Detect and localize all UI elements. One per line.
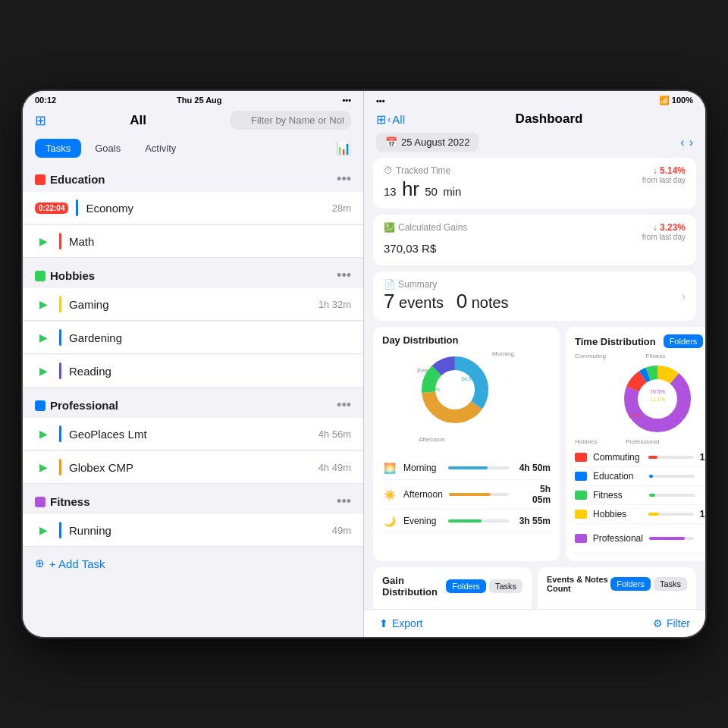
task-row-running: ▶ Running 49m <box>23 514 363 547</box>
play-btn-gaming[interactable]: ▶ <box>35 296 52 312</box>
section-menu-education[interactable]: ••• <box>337 171 351 187</box>
time-seg-evening: 🌙 Evening 3h 55m <box>382 510 551 533</box>
gains-card: 💹 Calculated Gains 370,03 R$ ↓ 3.23% fro… <box>373 215 696 265</box>
section-title-professional: Professional <box>35 399 118 412</box>
folder-row-hobbies: Hobbies 1h 32m › <box>575 505 705 524</box>
tab-goals[interactable]: Goals <box>84 139 131 158</box>
tab-tasks[interactable]: Tasks <box>35 139 81 158</box>
bar-chart-icon[interactable]: 📊 <box>336 141 351 155</box>
time-dist-legend: Commuting Fitness Education <box>575 353 705 359</box>
time-donut-svg: 70.5% 11.1% 9.7% <box>620 361 695 437</box>
left-header: ⊞ All 🔍 <box>23 108 363 136</box>
task-color-bar-geoplaces <box>59 425 61 442</box>
play-btn-running[interactable]: ▶ <box>35 522 52 538</box>
filter-input[interactable] <box>230 111 351 130</box>
task-row-geoplaces: ▶ GeoPlaces Lmt 4h 56m <box>23 418 363 450</box>
gain-tasks-btn[interactable]: Tasks <box>489 579 522 593</box>
events-folders-btn[interactable]: Folders <box>610 577 651 591</box>
gains-left: 💹 Calculated Gains 370,03 R$ <box>384 222 467 258</box>
section-menu-fitness[interactable]: ••• <box>337 494 351 510</box>
day-donut-svg: 34.9% 38.7% 14.3% <box>417 352 493 428</box>
next-day-button[interactable]: › <box>689 136 693 149</box>
time-seg-afternoon: ☀️ Afternoon 5h 05m <box>382 480 551 510</box>
gain-dist-tags: Folders Tasks <box>446 579 522 593</box>
sidebar-toggle-icon[interactable]: ⊞ <box>35 112 46 129</box>
status-date: Thu 25 Aug <box>177 96 221 105</box>
folder-list: Commuting 1h 16m › Education <box>575 448 705 554</box>
tracked-time-left: ⏱ Tracked Time 13 hr 50 min <box>384 165 461 201</box>
task-row-globex: ▶ Globex CMP 4h 49m <box>23 451 363 484</box>
svg-text:38.7%: 38.7% <box>438 410 453 415</box>
day-distribution-card: Day Distribution Morning Afternoon Eveni… <box>373 327 560 561</box>
task-color-bar-running <box>59 522 61 538</box>
summary-icon: 📄 <box>384 279 395 290</box>
play-btn-gardening[interactable]: ▶ <box>35 329 52 346</box>
task-name-reading: Reading <box>69 365 351 378</box>
folder-row-commuting: Commuting 1h 16m › <box>575 448 705 467</box>
task-name-math: Math <box>69 235 351 248</box>
prev-day-button[interactable]: ‹ <box>680 136 684 149</box>
morning-icon: 🌅 <box>382 460 397 475</box>
add-task-row[interactable]: ⊕ + Add Task <box>23 548 363 579</box>
summary-value: 7 events 0 notes <box>384 290 509 313</box>
events-tasks-btn[interactable]: Tasks <box>654 577 687 591</box>
date-nav: 📅 25 August 2022 ‹ › <box>364 133 705 158</box>
summary-chevron-icon[interactable]: › <box>682 290 686 303</box>
filter-button[interactable]: ⚙ Filter <box>653 617 690 629</box>
section-menu-hobbies[interactable]: ••• <box>337 268 351 284</box>
svg-text:11.1%: 11.1% <box>650 397 665 402</box>
task-time-running: 49m <box>332 525 351 536</box>
hobbies-bar <box>648 513 659 516</box>
time-dist-title: Time Distribution <box>575 336 656 347</box>
summary-card: 📄 Summary 7 events 0 notes › <box>373 271 696 321</box>
gains-icon: 💹 <box>384 222 395 233</box>
fitness-bar <box>649 494 655 497</box>
folder-icon-hobbies <box>575 510 587 519</box>
commuting-bar-wrap <box>648 456 694 459</box>
right-header: ⊞ ‹ All Dashboard <box>364 108 705 133</box>
date-badge[interactable]: 📅 25 August 2022 <box>376 133 479 152</box>
section-bg-professional: Professional ••• <box>23 388 363 418</box>
play-btn-reading[interactable]: ▶ <box>35 362 52 379</box>
bottom-bar: ⬆ Export ⚙ Filter <box>364 609 705 637</box>
time-dist-donut-wrap: 70.5% 11.1% 9.7% <box>575 361 705 437</box>
morning-bar-wrap <box>448 466 509 469</box>
folder-icon-professional <box>575 534 587 543</box>
afternoon-bar-wrap <box>449 493 509 496</box>
task-name-economy: Economy <box>86 202 324 215</box>
task-row-economy: 0:22:04 Economy 28m <box>23 192 363 224</box>
svg-text:70.5%: 70.5% <box>650 389 665 394</box>
nav-arrows: ‹ › <box>680 136 693 149</box>
gains-value: 370,03 R$ <box>384 234 467 258</box>
tab-bar: Tasks Goals Activity 📊 <box>23 136 363 164</box>
play-btn-math[interactable]: ▶ <box>35 233 52 249</box>
time-segment-list: 🌅 Morning 4h 50m ☀️ Afternoon <box>382 457 551 533</box>
tab-activity[interactable]: Activity <box>134 139 187 158</box>
evening-icon: 🌙 <box>382 513 397 529</box>
morning-bar <box>448 466 488 469</box>
export-button[interactable]: ⬆ Export <box>379 617 422 629</box>
gain-folders-btn[interactable]: Folders <box>446 579 486 593</box>
play-btn-globex[interactable]: ▶ <box>35 459 52 475</box>
commuting-legend: Commuting <box>575 353 606 359</box>
afternoon-label: Afternoon <box>419 436 445 443</box>
tracked-time-card: ⏱ Tracked Time 13 hr 50 min ↓ 5.14% from… <box>373 158 696 209</box>
events-notes-header: Events & Notes Count Folders Tasks <box>547 575 687 593</box>
section-menu-professional[interactable]: ••• <box>337 397 351 413</box>
back-button[interactable]: ⊞ ‹ All <box>376 112 405 127</box>
section-bg-hobbies: Hobbies ••• <box>23 259 363 288</box>
status-time: 00:12 <box>35 96 56 105</box>
section-dot-fitness <box>35 497 46 507</box>
play-btn-geoplaces[interactable]: ▶ <box>35 425 52 442</box>
hobbies-bar-wrap <box>648 513 694 516</box>
calendar-icon: 📅 <box>385 136 397 148</box>
right-header-title: Dashboard <box>405 111 693 127</box>
folder-icon-fitness <box>575 491 587 500</box>
tag-folders-btn[interactable]: Folders <box>664 334 704 348</box>
left-panel: 00:12 Thu 25 Aug ••• ⊞ All 🔍 Tasks Goals… <box>23 91 364 637</box>
add-task-label: + Add Task <box>49 557 105 570</box>
task-row-gaming: ▶ Gaming 1h 32m <box>23 288 363 321</box>
afternoon-icon: ☀️ <box>382 487 397 502</box>
professional-bar <box>649 537 685 540</box>
add-task-icon: ⊕ <box>35 557 45 570</box>
